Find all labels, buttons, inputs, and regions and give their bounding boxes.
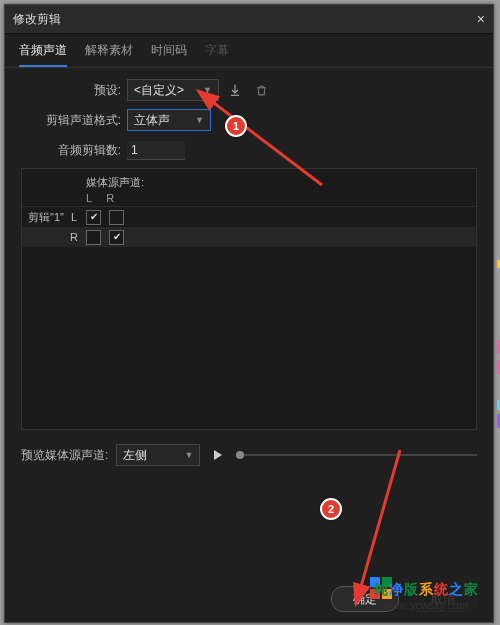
- preview-channel-dropdown[interactable]: 左侧 ▼: [116, 444, 200, 466]
- clip-count-label: 音频剪辑数:: [21, 142, 127, 159]
- col-L: L: [86, 192, 92, 204]
- row-channel-L: L: [68, 211, 80, 223]
- check-R-R[interactable]: [109, 230, 124, 245]
- chevron-down-icon: ▼: [195, 115, 204, 125]
- window-title: 修改剪辑: [13, 11, 61, 28]
- modify-clip-dialog: 修改剪辑 × 音频声道 解释素材 时间码 字幕 预设: <自定义> ▼: [4, 4, 494, 623]
- preset-row: 预设: <自定义> ▼: [21, 78, 477, 102]
- tab-audio-channels[interactable]: 音频声道: [19, 42, 67, 67]
- chevron-down-icon: ▼: [203, 85, 212, 95]
- format-label: 剪辑声道格式:: [21, 112, 127, 129]
- matrix-header-label: 媒体源声道:: [22, 169, 476, 192]
- tab-interpret-footage[interactable]: 解释素材: [85, 42, 133, 67]
- tab-timecode[interactable]: 时间码: [151, 42, 187, 67]
- preset-label: 预设:: [21, 82, 127, 99]
- cancel-button[interactable]: 取消: [409, 586, 477, 612]
- check-L-L[interactable]: [86, 210, 101, 225]
- save-preset-icon[interactable]: [225, 80, 245, 100]
- dialog-body: 预设: <自定义> ▼ 剪辑声道格式: 立体声 ▼: [5, 68, 493, 430]
- check-R-L[interactable]: [86, 230, 101, 245]
- audio-clip-count-input[interactable]: [127, 141, 185, 160]
- chevron-down-icon: ▼: [184, 450, 193, 460]
- clip-channel-format-dropdown[interactable]: 立体声 ▼: [127, 109, 211, 131]
- table-row: R: [22, 227, 476, 247]
- delete-preset-icon[interactable]: [251, 80, 271, 100]
- tab-captions: 字幕: [205, 42, 229, 67]
- row-channel-R: R: [68, 231, 80, 243]
- preview-row: 预览媒体源声道: 左侧 ▼: [5, 430, 493, 480]
- matrix-rows: 剪辑"1" L R: [22, 207, 476, 247]
- format-row: 剪辑声道格式: 立体声 ▼: [21, 108, 477, 132]
- check-L-R[interactable]: [109, 210, 124, 225]
- preview-slider[interactable]: [236, 454, 477, 456]
- titlebar: 修改剪辑 ×: [5, 5, 493, 34]
- preview-label: 预览媒体源声道:: [21, 447, 108, 464]
- preset-value: <自定义>: [134, 82, 184, 99]
- tab-strip: 音频声道 解释素材 时间码 字幕: [5, 34, 493, 68]
- table-row: 剪辑"1" L: [22, 207, 476, 227]
- preset-dropdown[interactable]: <自定义> ▼: [127, 79, 219, 101]
- preview-value: 左侧: [123, 447, 147, 464]
- dialog-footer: 确定 取消: [331, 586, 477, 612]
- clip-name: 剪辑"1": [28, 210, 68, 225]
- close-icon[interactable]: ×: [477, 11, 485, 27]
- play-icon[interactable]: [214, 450, 222, 460]
- clip-count-row: 音频剪辑数:: [21, 138, 477, 162]
- col-R: R: [106, 192, 114, 204]
- matrix-column-headers: L R: [22, 192, 476, 207]
- format-value: 立体声: [134, 112, 170, 129]
- channel-matrix: 媒体源声道: L R 剪辑"1" L R: [21, 168, 477, 430]
- ok-button[interactable]: 确定: [331, 586, 399, 612]
